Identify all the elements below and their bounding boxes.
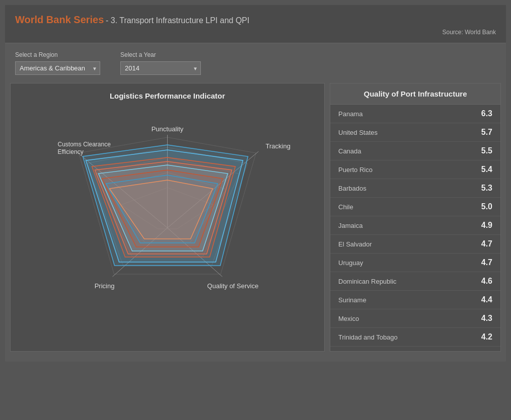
header-title: World Bank Series (15, 14, 104, 25)
qpi-item: Suriname 4.4 (330, 291, 500, 309)
header-source: Source: World Bank (15, 29, 496, 36)
region-select[interactable]: Americas & Caribbean (15, 61, 100, 75)
qpi-item: Honduras 4.1 (330, 347, 500, 351)
svg-text:Tracking: Tracking (266, 142, 290, 150)
svg-text:Punctuality: Punctuality (152, 125, 184, 133)
year-control: Select a Year 2014 ▼ (120, 51, 201, 75)
qpi-list[interactable]: Panama 6.3 United States 5.7 Canada 5.5 … (330, 105, 500, 351)
qpi-value: 6.3 (481, 109, 492, 118)
qpi-country: Canada (338, 147, 361, 155)
qpi-item: Puerto Rico 5.4 (330, 160, 500, 179)
qpi-country: Uruguay (338, 259, 363, 267)
qpi-item: Dominican Republic 4.6 (330, 272, 500, 291)
region-select-wrapper[interactable]: Americas & Caribbean ▼ (15, 61, 100, 75)
qpi-item: United States 5.7 (330, 123, 500, 142)
qpi-item: Mexico 4.3 (330, 309, 500, 328)
region-label: Select a Region (15, 51, 100, 58)
header-subtitle: - 3. Transport Infrastructure LPI and QP… (106, 16, 249, 25)
svg-text:Efficiency: Efficiency (58, 148, 84, 155)
region-control: Select a Region Americas & Caribbean ▼ (15, 51, 100, 75)
qpi-header: Quality of Port Infrastructure (330, 83, 500, 105)
qpi-value: 5.4 (481, 165, 492, 174)
qpi-country: Suriname (338, 296, 367, 304)
qpi-value: 4.7 (481, 239, 492, 248)
qpi-country: Panama (338, 110, 362, 118)
year-label: Select a Year (120, 51, 201, 58)
qpi-country: Trinidad and Tobago (338, 333, 398, 341)
radar-panel-title: Logistics Performance Indicator (19, 92, 316, 100)
qpi-item: Barbados 5.3 (330, 179, 500, 198)
qpi-value: 5.7 (481, 128, 492, 137)
qpi-value: 4.6 (481, 277, 492, 286)
qpi-value: 5.5 (481, 146, 492, 155)
controls-bar: Select a Region Americas & Caribbean ▼ S… (5, 43, 506, 83)
qpi-value: 5.0 (481, 202, 492, 211)
qpi-item: Uruguay 4.7 (330, 254, 500, 272)
qpi-value: 5.3 (481, 184, 492, 193)
qpi-item: Trinidad and Tobago 4.2 (330, 328, 500, 347)
svg-text:Customs Clearance: Customs Clearance (58, 141, 111, 148)
qpi-country: Mexico (338, 315, 359, 322)
qpi-item: Canada 5.5 (330, 142, 500, 160)
year-select[interactable]: 2014 (120, 61, 201, 75)
qpi-item: El Salvador 4.7 (330, 235, 500, 254)
qpi-panel: Quality of Port Infrastructure Panama 6.… (330, 83, 501, 352)
qpi-country: Barbados (338, 185, 367, 192)
qpi-value: 4.9 (481, 221, 492, 230)
qpi-country: United States (338, 129, 378, 136)
qpi-item: Panama 6.3 (330, 105, 500, 123)
main-content: Logistics Performance Indicator (5, 83, 506, 362)
qpi-value: 4.3 (481, 314, 492, 323)
radar-chart: .grid-line { fill: none; stroke: #888; s… (19, 107, 316, 339)
qpi-value: 4.4 (481, 295, 492, 304)
svg-text:Quality of Service: Quality of Service (207, 282, 259, 290)
qpi-country: Dominican Republic (338, 278, 397, 285)
qpi-country: Puerto Rico (338, 166, 373, 174)
qpi-item: Jamaica 4.9 (330, 216, 500, 235)
qpi-item: Chile 5.0 (330, 198, 500, 216)
svg-text:Pricing: Pricing (95, 282, 115, 290)
qpi-value: 4.2 (481, 332, 492, 342)
header: World Bank Series - 3. Transport Infrast… (5, 5, 506, 43)
year-select-wrapper[interactable]: 2014 ▼ (120, 61, 201, 75)
app-container: World Bank Series - 3. Transport Infrast… (5, 5, 506, 362)
radar-panel: Logistics Performance Indicator (10, 83, 325, 352)
qpi-country: El Salvador (338, 240, 372, 248)
qpi-value: 4.7 (481, 258, 492, 267)
qpi-country: Chile (338, 203, 353, 211)
radar-svg: .grid-line { fill: none; stroke: #888; s… (19, 107, 316, 339)
qpi-country: Jamaica (338, 222, 362, 229)
